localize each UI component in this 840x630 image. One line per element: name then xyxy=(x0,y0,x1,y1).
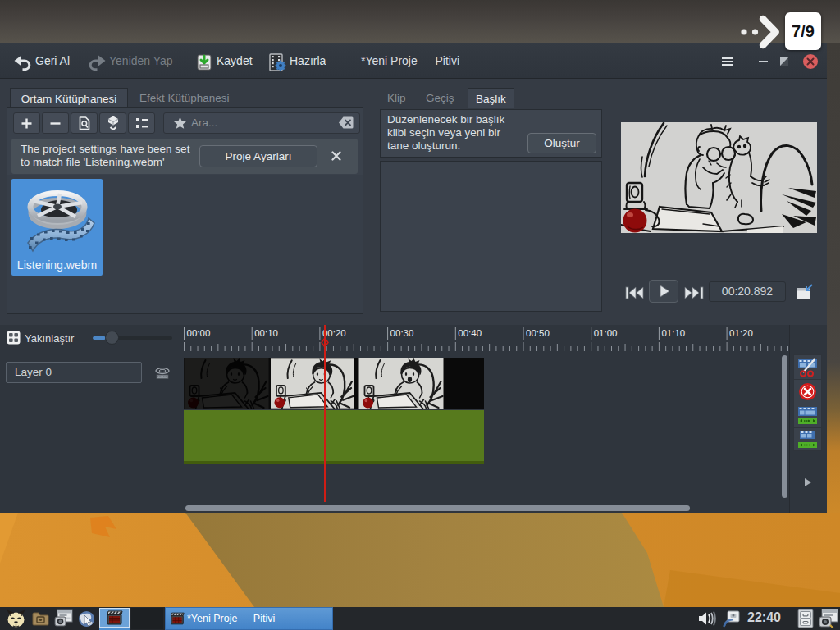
svg-text:01:20: 01:20 xyxy=(729,328,753,338)
svg-text:00:30: 00:30 xyxy=(390,328,414,338)
svg-text:00:50: 00:50 xyxy=(526,328,550,338)
svg-text:01:10: 01:10 xyxy=(661,328,685,338)
svg-text:00:00: 00:00 xyxy=(187,328,211,338)
svg-text:00:40: 00:40 xyxy=(458,328,482,338)
svg-text:00:10: 00:10 xyxy=(254,328,278,338)
svg-text:01:00: 01:00 xyxy=(594,328,618,338)
